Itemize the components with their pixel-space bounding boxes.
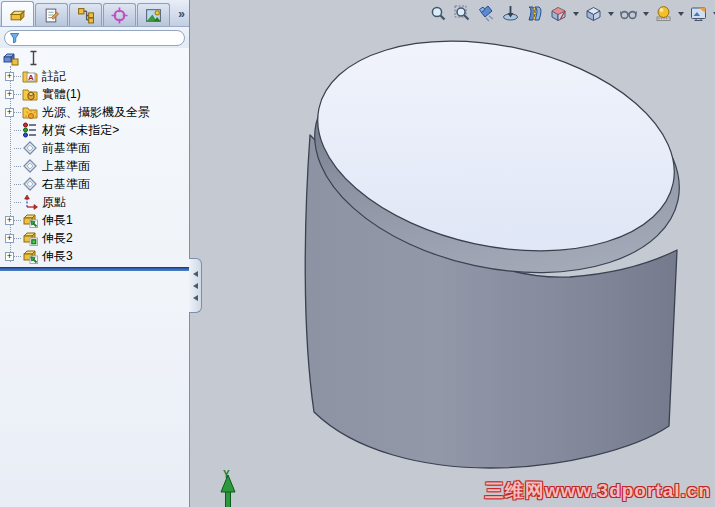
expand-toggle[interactable]: + [5,234,14,243]
normal-to-icon [502,5,519,22]
material-icon [22,122,38,138]
tree-filter-input[interactable] [24,32,180,44]
zoom-to-fit-button[interactable] [428,4,449,23]
tree-item-label: 註記 [42,68,66,85]
lights-folder-icon [22,104,38,120]
model-canvas[interactable]: Y [190,0,715,507]
filter-box[interactable] [4,30,185,46]
plane-icon [22,158,38,174]
tree-item-label: 伸長3 [42,248,73,265]
apply-scene-button[interactable] [688,4,709,23]
edit-appearance-icon [655,5,672,22]
tree-connector [14,256,21,257]
tree-item-label: 實體(1) [42,86,81,103]
tree-connector [14,76,21,77]
tree-item[interactable]: 上基準面 [0,157,189,175]
edit-appearance-dropdown-arrow-icon[interactable] [678,12,684,16]
tree-item-label: 材質 <未指定> [42,122,119,139]
filter-row [0,27,189,48]
plane-icon [22,140,38,156]
tree-item[interactable]: + 光源、攝影機及全景 [0,103,189,121]
filter-funnel-icon [9,32,21,44]
tree-connector [14,94,21,95]
tree-item[interactable]: 右基準面 [0,175,189,193]
solid-bodies-folder-icon [22,86,38,102]
feature-manager-icon [9,6,26,23]
graphics-viewport[interactable]: Y 三维网www.3dportal.cn [190,0,715,507]
section-view-icon [526,5,543,22]
tree-root-item[interactable] [0,49,189,67]
tree-item-label: 光源、攝影機及全景 [42,104,150,121]
tree-connector [14,166,21,167]
edit-appearance-button[interactable] [653,4,674,23]
tree-item[interactable]: + 實體(1) [0,85,189,103]
collapse-arrow-icon [193,271,198,277]
tree-item[interactable]: 原點 [0,193,189,211]
annotations-folder-icon [22,68,38,84]
expand-toggle[interactable]: + [5,90,14,99]
heads-up-view-toolbar [428,4,715,23]
panel-tab-bar: » [0,0,189,27]
panel-collapse-handle[interactable] [189,258,202,313]
tree-item[interactable]: + 伸長2 [0,229,189,247]
origin-icon [22,194,38,210]
display-manager-icon [145,7,162,24]
display-style-dropdown-arrow-icon[interactable] [608,12,614,16]
expand-toggle[interactable]: + [5,72,14,81]
tree-connector [14,202,21,203]
view-orientation-dropdown-arrow-icon[interactable] [573,12,579,16]
previous-view-icon [478,5,495,22]
watermark-text: 三维网www.3dportal.cn [485,478,711,504]
display-style-button[interactable] [583,4,604,23]
expand-toggle[interactable]: + [5,252,14,261]
previous-view-button[interactable] [476,4,497,23]
normal-to-button[interactable] [500,4,521,23]
solidworks-window: » + 註記 + 實體(1) + 光源、攝影機及全景 [0,0,715,507]
tree-items: + 註記 + 實體(1) + 光源、攝影機及全景 材質 <未指定> 前基準面 上… [0,67,189,265]
tree-connector [14,238,21,239]
tab-property-manager[interactable] [35,3,68,26]
tree-item-label: 伸長2 [42,230,73,247]
tree-item[interactable]: + 伸長3 [0,247,189,265]
display-style-icon [585,5,602,22]
model-3d[interactable] [294,11,700,468]
panel-empty-area [0,271,189,501]
text-cursor-icon [25,50,42,66]
zoom-to-area-button[interactable] [452,4,473,23]
expand-toggle[interactable]: + [5,108,14,117]
zoom-to-area-icon [454,5,471,22]
tree-item-label: 伸長1 [42,212,73,229]
tab-feature-manager-design-tree[interactable] [1,1,34,26]
tree-connector [14,220,21,221]
tab-display-manager[interactable] [137,3,170,26]
view-orientation-button[interactable] [548,4,569,23]
hide-show-items-icon [620,5,637,22]
apply-scene-icon [690,5,707,22]
collapse-arrow-icon [193,295,198,301]
tree-connector [14,184,21,185]
tree-item-label: 原點 [42,194,66,211]
extrude-icon [22,212,38,228]
origin-triad: Y [221,469,235,507]
tab-configuration-manager[interactable] [69,3,102,26]
configuration-manager-icon [77,7,94,24]
zoom-to-fit-icon [430,5,447,22]
tab-dimxpert-manager[interactable] [103,3,136,26]
tree-item-label: 上基準面 [42,158,90,175]
section-view-button[interactable] [524,4,545,23]
collapse-arrow-icon [193,283,198,289]
tree-item[interactable]: 材質 <未指定> [0,121,189,139]
tree-item[interactable]: + 伸長1 [0,211,189,229]
tab-overflow-chevron-icon[interactable]: » [178,7,185,21]
tree-connector [14,112,21,113]
tree-connector [14,130,21,131]
tree-item-label: 前基準面 [42,140,90,157]
tree-item[interactable]: + 註記 [0,67,189,85]
plane-icon [22,176,38,192]
expand-toggle[interactable]: + [5,216,14,225]
tree-item[interactable]: 前基準面 [0,139,189,157]
feature-tree: + 註記 + 實體(1) + 光源、攝影機及全景 材質 <未指定> 前基準面 上… [0,48,189,271]
hide-show-items-dropdown-arrow-icon[interactable] [643,12,649,16]
hide-show-items-button[interactable] [618,4,639,23]
rollback-bar[interactable] [0,267,189,271]
